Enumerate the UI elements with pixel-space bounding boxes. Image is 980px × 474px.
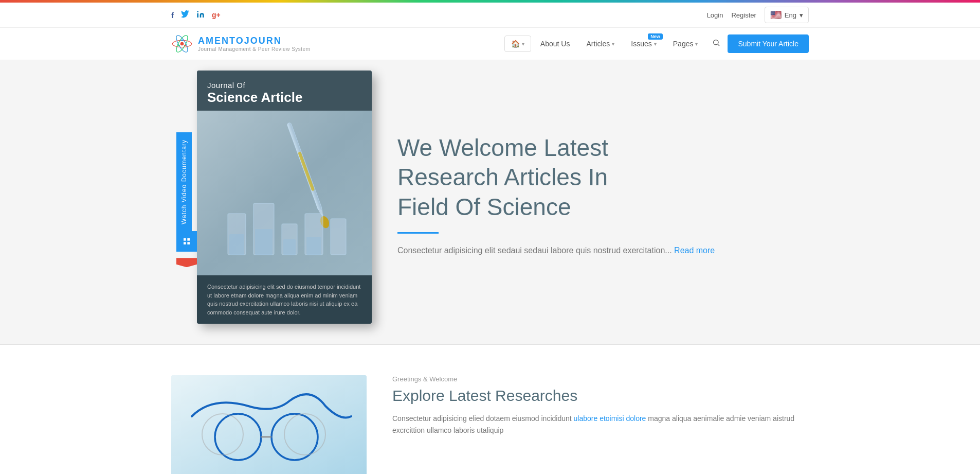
search-icon <box>712 39 720 47</box>
logo[interactable]: AMENTOJOURN Journal Management & Peer Re… <box>171 33 310 55</box>
read-more-link[interactable]: Read more <box>674 246 715 255</box>
svg-point-0 <box>197 11 198 12</box>
svg-rect-11 <box>187 242 190 245</box>
svg-point-5 <box>181 40 183 41</box>
ribbon-decoration <box>176 258 197 267</box>
flag-icon: 🇺🇸 <box>770 9 782 21</box>
video-icon-button[interactable] <box>176 231 197 252</box>
lower-inner: Greetings & Welcome Explore Latest Resea… <box>156 375 824 474</box>
book-title-large: Science Article <box>207 90 361 106</box>
hero-text: We Welcome Latest Research Articles In F… <box>397 133 809 261</box>
submit-article-button[interactable]: Submit Your Article <box>728 34 809 53</box>
svg-rect-22 <box>331 219 346 255</box>
nav-item-about[interactable]: About Us <box>533 36 577 52</box>
book-image <box>197 111 372 275</box>
twitter-icon[interactable] <box>181 10 189 20</box>
utility-right: Login Register 🇺🇸 Eng ▾ <box>707 7 809 23</box>
lower-image-svg <box>171 375 367 474</box>
svg-rect-24 <box>255 229 273 255</box>
nav-item-home[interactable]: 🏠 ▾ <box>504 36 531 52</box>
svg-rect-27 <box>171 375 367 474</box>
logo-icon <box>171 33 193 55</box>
home-chevron: ▾ <box>522 41 524 47</box>
lower-image <box>171 375 367 474</box>
svg-point-6 <box>184 45 186 46</box>
issues-chevron: ▾ <box>654 41 657 47</box>
nav-links: 🏠 ▾ About Us Articles ▾ New Issues ▾ Pag… <box>504 34 809 53</box>
logo-name: AMENTOJOURN <box>198 36 310 46</box>
pages-chevron: ▾ <box>695 41 698 47</box>
language-label: Eng <box>785 11 796 19</box>
lower-section: Greetings & Welcome Explore Latest Resea… <box>0 355 980 474</box>
book-header: Journal Of Science Article <box>197 71 372 111</box>
svg-rect-10 <box>187 238 190 241</box>
lower-description: Consectetur adipisicing elied dotaem eiu… <box>392 413 809 436</box>
register-link[interactable]: Register <box>731 11 756 19</box>
play-icon <box>183 237 191 245</box>
glasses-visual <box>171 375 367 474</box>
main-content: Watch Video Documentary Journal Of Scien… <box>0 60 980 344</box>
svg-point-4 <box>180 42 184 46</box>
hero-description: Consectetur adipisicing elit sedaui seda… <box>397 244 809 257</box>
svg-rect-25 <box>283 239 296 255</box>
lower-link[interactable]: ulabore etoimisi dolore <box>574 414 646 423</box>
search-button[interactable] <box>707 34 725 53</box>
linkedin-icon[interactable] <box>196 10 205 20</box>
nav-item-issues[interactable]: New Issues ▾ <box>624 36 663 52</box>
book-title-small: Journal Of <box>207 81 361 90</box>
nav-item-articles[interactable]: Articles ▾ <box>579 36 622 52</box>
lower-title: Explore Latest Researches <box>392 387 809 405</box>
hero-title: We Welcome Latest Research Articles In F… <box>397 133 809 222</box>
hero-section: Watch Video Documentary Journal Of Scien… <box>156 60 824 344</box>
svg-point-8 <box>714 40 718 45</box>
facebook-icon[interactable]: f <box>171 11 174 20</box>
main-nav: AMENTOJOURN Journal Management & Peer Re… <box>0 28 980 60</box>
watch-video-tab[interactable]: Watch Video Documentary <box>176 132 192 232</box>
login-link[interactable]: Login <box>707 11 723 19</box>
nav-item-pages[interactable]: Pages ▾ <box>666 36 705 52</box>
book-area: Watch Video Documentary Journal Of Scien… <box>171 71 367 324</box>
social-links: f g+ <box>171 10 221 20</box>
lower-greeting: Greetings & Welcome <box>392 375 809 383</box>
hero-divider <box>397 232 439 234</box>
svg-rect-23 <box>229 234 244 255</box>
articles-chevron: ▾ <box>612 41 614 47</box>
journal-book: Journal Of Science Article <box>197 71 372 324</box>
book-image-svg <box>197 111 372 275</box>
logo-text: AMENTOJOURN Journal Management & Peer Re… <box>198 36 310 52</box>
book-footer: Consectetur adipisicing elit sed do eius… <box>197 275 372 324</box>
svg-point-7 <box>178 45 179 46</box>
language-selector[interactable]: 🇺🇸 Eng ▾ <box>765 7 809 23</box>
svg-rect-26 <box>306 237 321 255</box>
svg-rect-9 <box>184 238 186 241</box>
language-chevron: ▾ <box>800 11 803 19</box>
utility-bar: f g+ Login Register 🇺🇸 Eng ▾ <box>0 3 980 28</box>
white-divider <box>0 344 980 355</box>
svg-rect-12 <box>184 242 186 245</box>
logo-subtitle: Journal Management & Peer Review System <box>198 46 310 52</box>
googleplus-icon[interactable]: g+ <box>212 11 221 19</box>
lower-text: Greetings & Welcome Explore Latest Resea… <box>392 375 809 436</box>
new-badge: New <box>648 33 663 40</box>
